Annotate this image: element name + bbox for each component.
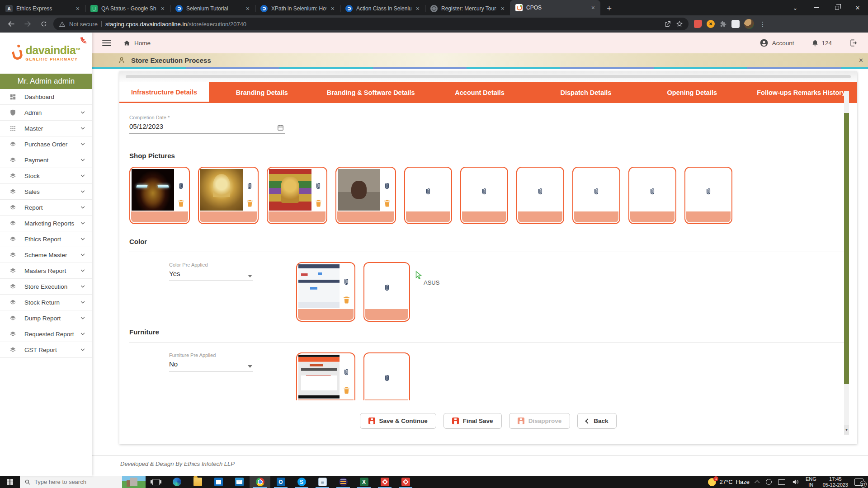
trash-icon[interactable] <box>314 199 323 207</box>
tray-expand-icon[interactable] <box>755 480 760 485</box>
weather-widget[interactable]: 1 27°C Haze <box>708 478 749 486</box>
shop-picture-upload-tile[interactable] <box>628 167 676 224</box>
window-restore-button[interactable] <box>826 0 847 15</box>
tab-close-icon[interactable]: × <box>500 5 505 12</box>
furniture-pre-applied-select[interactable]: Furniture Pre Applied No <box>169 352 253 371</box>
taskbar-app-skype[interactable]: S <box>291 476 312 488</box>
color-picture-tile[interactable] <box>296 262 355 322</box>
paperclip-icon[interactable] <box>648 187 657 197</box>
task-view-button[interactable] <box>146 476 166 488</box>
tab-account-details[interactable]: Account Details <box>427 82 533 103</box>
uploaded-image-thumbnail[interactable] <box>200 169 243 211</box>
tab-close-icon[interactable]: × <box>415 5 420 12</box>
sidebar-item-store-execution[interactable]: Store Execution <box>0 279 92 295</box>
paperclip-icon[interactable] <box>704 187 713 197</box>
uploaded-image-thumbnail[interactable] <box>132 169 174 211</box>
completion-date-field[interactable]: Completion Date * 05/12/2023 <box>129 115 285 134</box>
shop-picture-upload-tile[interactable] <box>460 167 508 224</box>
paperclip-icon[interactable] <box>536 187 545 197</box>
paperclip-icon[interactable] <box>592 187 601 197</box>
back-icon[interactable] <box>5 17 18 31</box>
tab-branding-details[interactable]: Branding Details <box>209 82 315 103</box>
uploaded-image-thumbnail[interactable] <box>269 169 311 211</box>
browser-tab-active[interactable]: CPOS × <box>510 0 600 15</box>
search-input[interactable] <box>34 479 111 485</box>
sidebar-item-sales[interactable]: Sales <box>0 184 92 200</box>
sidebar-item-dashboard[interactable]: Dashboard <box>0 89 92 105</box>
scrollbar-down-arrow[interactable]: ▾ <box>844 425 849 435</box>
taskbar-app-red-1[interactable] <box>374 476 395 488</box>
paperclip-icon[interactable] <box>245 181 254 191</box>
taskbar-app-red-2[interactable] <box>395 476 416 488</box>
taskbar-app-file-explorer[interactable] <box>187 476 208 488</box>
extension-icon[interactable] <box>694 20 702 28</box>
tab-followups-remarks-history[interactable]: Follow-ups Remarks History <box>745 82 857 103</box>
shop-picture-tile[interactable] <box>335 167 396 224</box>
sidebar-item-dump-report[interactable]: Dump Report <box>0 310 92 326</box>
hamburger-menu-icon[interactable] <box>102 40 111 47</box>
calendar-icon[interactable] <box>277 124 284 131</box>
new-tab-button[interactable]: + <box>600 4 618 15</box>
tab-close-icon[interactable]: × <box>330 5 335 12</box>
window-minimize-button[interactable] <box>806 0 826 15</box>
tab-close-icon[interactable]: × <box>75 5 80 12</box>
sidebar-item-admin[interactable]: Admin <box>0 105 92 121</box>
tab-search-chevron-icon[interactable]: ⌄ <box>785 0 806 15</box>
extension-icon[interactable] <box>731 20 740 28</box>
tab-close-icon[interactable]: × <box>160 5 165 12</box>
extension-icon[interactable] <box>707 20 715 28</box>
tab-branding-software-details[interactable]: Branding & Software Details <box>315 82 427 103</box>
taskbar-app-mail[interactable] <box>229 476 250 488</box>
paperclip-icon[interactable] <box>176 181 185 191</box>
furniture-pre-applied-value[interactable]: No <box>169 358 253 371</box>
taskbar-app-edge[interactable] <box>166 476 187 488</box>
shop-picture-tile[interactable] <box>267 167 327 224</box>
shop-picture-tile[interactable] <box>129 167 190 224</box>
extensions-puzzle-icon[interactable] <box>719 20 727 28</box>
browser-tab[interactable]: Selenium Tutorial × <box>170 2 255 15</box>
color-picture-upload-tile[interactable] <box>363 262 410 322</box>
sidebar-item-purchase-order[interactable]: Purchase Order <box>0 136 92 152</box>
tab-infrastructure-details[interactable]: Infrastructure Details <box>119 82 209 103</box>
paperclip-icon[interactable] <box>382 181 392 191</box>
start-button[interactable] <box>0 476 20 488</box>
shop-picture-upload-tile[interactable] <box>516 167 564 224</box>
taskbar-search[interactable] <box>20 476 146 488</box>
logout-icon[interactable] <box>849 38 858 47</box>
paperclip-icon[interactable] <box>342 277 351 287</box>
tab-opening-details[interactable]: Opening Details <box>639 82 745 103</box>
forward-icon[interactable] <box>21 17 34 31</box>
color-pre-applied-value[interactable]: Yes <box>169 267 253 281</box>
sidebar-item-ethics-report[interactable]: Ethics Report <box>0 231 92 247</box>
trash-icon[interactable] <box>177 199 185 207</box>
paperclip-icon[interactable] <box>342 367 351 377</box>
volume-icon[interactable] <box>792 478 799 486</box>
notifications-button[interactable]: 124 <box>811 39 832 47</box>
save-and-continue-button[interactable]: Save & Continue <box>360 413 436 429</box>
shop-picture-upload-tile[interactable] <box>684 167 732 224</box>
taskbar-app-chrome[interactable] <box>250 476 270 488</box>
color-pre-applied-select[interactable]: Color Pre Applied Yes <box>169 262 253 281</box>
profile-avatar[interactable] <box>744 19 754 29</box>
trash-icon[interactable] <box>383 199 392 207</box>
sidebar-item-masters-report[interactable]: Masters Report <box>0 263 92 279</box>
sidebar-item-marketing-reports[interactable]: Marketing Reports <box>0 216 92 231</box>
uploaded-image-thumbnail[interactable] <box>338 169 380 211</box>
vertical-scrollbar-track[interactable]: ▾ <box>844 91 849 435</box>
paperclip-icon[interactable] <box>382 283 392 293</box>
not-secure-warning-icon[interactable] <box>59 21 66 28</box>
taskbar-clock[interactable]: 17:4505-12-2023 <box>823 476 848 488</box>
trash-icon[interactable] <box>245 199 254 207</box>
language-indicator[interactable]: ENGIN <box>806 476 816 488</box>
sidebar-item-master[interactable]: Master <box>0 121 92 136</box>
taskbar-app-store[interactable] <box>208 476 229 488</box>
address-bar[interactable]: Not secure staging.cpos.davaindiaonline.… <box>53 18 689 30</box>
sidebar-item-stock[interactable]: Stock <box>0 168 92 184</box>
tab-dispatch-details[interactable]: Dispatch Details <box>533 82 639 103</box>
final-save-button[interactable]: Final Save <box>443 413 502 429</box>
tab-close-icon[interactable]: × <box>245 5 250 12</box>
horizontal-scrollbar[interactable] <box>126 75 851 78</box>
meet-now-icon[interactable] <box>766 479 772 485</box>
paperclip-icon[interactable] <box>314 181 323 191</box>
uploaded-image-thumbnail[interactable] <box>298 355 340 399</box>
